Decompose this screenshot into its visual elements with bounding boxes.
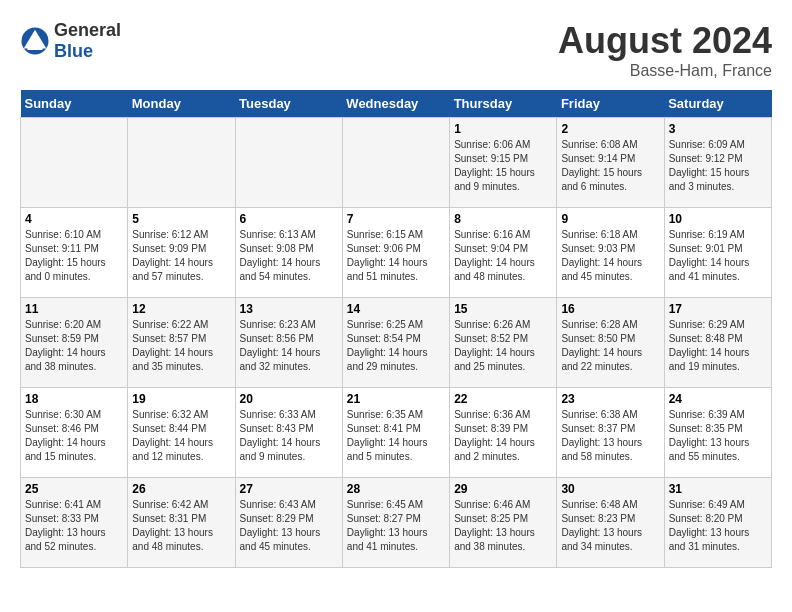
day-info: Sunrise: 6:15 AM Sunset: 9:06 PM Dayligh…: [347, 228, 445, 284]
col-header-monday: Monday: [128, 90, 235, 118]
day-info: Sunrise: 6:09 AM Sunset: 9:12 PM Dayligh…: [669, 138, 767, 194]
day-number: 25: [25, 482, 123, 496]
calendar-cell: 3Sunrise: 6:09 AM Sunset: 9:12 PM Daylig…: [664, 118, 771, 208]
calendar-cell: 22Sunrise: 6:36 AM Sunset: 8:39 PM Dayli…: [450, 388, 557, 478]
day-info: Sunrise: 6:41 AM Sunset: 8:33 PM Dayligh…: [25, 498, 123, 554]
calendar-cell: 16Sunrise: 6:28 AM Sunset: 8:50 PM Dayli…: [557, 298, 664, 388]
calendar-cell: 30Sunrise: 6:48 AM Sunset: 8:23 PM Dayli…: [557, 478, 664, 568]
calendar-cell: 17Sunrise: 6:29 AM Sunset: 8:48 PM Dayli…: [664, 298, 771, 388]
day-number: 22: [454, 392, 552, 406]
calendar-cell: [21, 118, 128, 208]
day-number: 26: [132, 482, 230, 496]
calendar-cell: [128, 118, 235, 208]
day-number: 29: [454, 482, 552, 496]
calendar-cell: 13Sunrise: 6:23 AM Sunset: 8:56 PM Dayli…: [235, 298, 342, 388]
title-block: August 2024 Basse-Ham, France: [558, 20, 772, 80]
day-number: 16: [561, 302, 659, 316]
calendar-cell: 14Sunrise: 6:25 AM Sunset: 8:54 PM Dayli…: [342, 298, 449, 388]
day-number: 30: [561, 482, 659, 496]
logo-general: General: [54, 20, 121, 40]
calendar-cell: 28Sunrise: 6:45 AM Sunset: 8:27 PM Dayli…: [342, 478, 449, 568]
calendar-cell: 7Sunrise: 6:15 AM Sunset: 9:06 PM Daylig…: [342, 208, 449, 298]
calendar-table: SundayMondayTuesdayWednesdayThursdayFrid…: [20, 90, 772, 568]
day-number: 21: [347, 392, 445, 406]
day-info: Sunrise: 6:18 AM Sunset: 9:03 PM Dayligh…: [561, 228, 659, 284]
day-number: 14: [347, 302, 445, 316]
main-title: August 2024: [558, 20, 772, 62]
calendar-cell: 25Sunrise: 6:41 AM Sunset: 8:33 PM Dayli…: [21, 478, 128, 568]
day-info: Sunrise: 6:12 AM Sunset: 9:09 PM Dayligh…: [132, 228, 230, 284]
day-number: 8: [454, 212, 552, 226]
day-number: 17: [669, 302, 767, 316]
day-number: 6: [240, 212, 338, 226]
day-info: Sunrise: 6:10 AM Sunset: 9:11 PM Dayligh…: [25, 228, 123, 284]
calendar-cell: 19Sunrise: 6:32 AM Sunset: 8:44 PM Dayli…: [128, 388, 235, 478]
page-header: General Blue August 2024 Basse-Ham, Fran…: [20, 20, 772, 80]
calendar-cell: 1Sunrise: 6:06 AM Sunset: 9:15 PM Daylig…: [450, 118, 557, 208]
calendar-cell: 6Sunrise: 6:13 AM Sunset: 9:08 PM Daylig…: [235, 208, 342, 298]
calendar-week-2: 4Sunrise: 6:10 AM Sunset: 9:11 PM Daylig…: [21, 208, 772, 298]
calendar-cell: 10Sunrise: 6:19 AM Sunset: 9:01 PM Dayli…: [664, 208, 771, 298]
logo-icon: [20, 26, 50, 56]
calendar-week-5: 25Sunrise: 6:41 AM Sunset: 8:33 PM Dayli…: [21, 478, 772, 568]
day-number: 27: [240, 482, 338, 496]
calendar-cell: [235, 118, 342, 208]
subtitle: Basse-Ham, France: [558, 62, 772, 80]
calendar-cell: 21Sunrise: 6:35 AM Sunset: 8:41 PM Dayli…: [342, 388, 449, 478]
day-info: Sunrise: 6:36 AM Sunset: 8:39 PM Dayligh…: [454, 408, 552, 464]
day-number: 9: [561, 212, 659, 226]
calendar-cell: 18Sunrise: 6:30 AM Sunset: 8:46 PM Dayli…: [21, 388, 128, 478]
calendar-week-4: 18Sunrise: 6:30 AM Sunset: 8:46 PM Dayli…: [21, 388, 772, 478]
col-header-tuesday: Tuesday: [235, 90, 342, 118]
day-number: 2: [561, 122, 659, 136]
calendar-cell: 31Sunrise: 6:49 AM Sunset: 8:20 PM Dayli…: [664, 478, 771, 568]
col-header-wednesday: Wednesday: [342, 90, 449, 118]
calendar-cell: 9Sunrise: 6:18 AM Sunset: 9:03 PM Daylig…: [557, 208, 664, 298]
day-number: 13: [240, 302, 338, 316]
day-info: Sunrise: 6:26 AM Sunset: 8:52 PM Dayligh…: [454, 318, 552, 374]
calendar-cell: 2Sunrise: 6:08 AM Sunset: 9:14 PM Daylig…: [557, 118, 664, 208]
day-info: Sunrise: 6:43 AM Sunset: 8:29 PM Dayligh…: [240, 498, 338, 554]
calendar-cell: 5Sunrise: 6:12 AM Sunset: 9:09 PM Daylig…: [128, 208, 235, 298]
day-info: Sunrise: 6:45 AM Sunset: 8:27 PM Dayligh…: [347, 498, 445, 554]
day-number: 18: [25, 392, 123, 406]
day-number: 20: [240, 392, 338, 406]
calendar-cell: [342, 118, 449, 208]
calendar-cell: 27Sunrise: 6:43 AM Sunset: 8:29 PM Dayli…: [235, 478, 342, 568]
calendar-cell: 26Sunrise: 6:42 AM Sunset: 8:31 PM Dayli…: [128, 478, 235, 568]
calendar-cell: 11Sunrise: 6:20 AM Sunset: 8:59 PM Dayli…: [21, 298, 128, 388]
day-number: 12: [132, 302, 230, 316]
day-info: Sunrise: 6:13 AM Sunset: 9:08 PM Dayligh…: [240, 228, 338, 284]
day-info: Sunrise: 6:39 AM Sunset: 8:35 PM Dayligh…: [669, 408, 767, 464]
day-info: Sunrise: 6:25 AM Sunset: 8:54 PM Dayligh…: [347, 318, 445, 374]
day-number: 4: [25, 212, 123, 226]
day-info: Sunrise: 6:16 AM Sunset: 9:04 PM Dayligh…: [454, 228, 552, 284]
logo-blue: Blue: [54, 41, 93, 61]
calendar-cell: 4Sunrise: 6:10 AM Sunset: 9:11 PM Daylig…: [21, 208, 128, 298]
col-header-thursday: Thursday: [450, 90, 557, 118]
day-info: Sunrise: 6:48 AM Sunset: 8:23 PM Dayligh…: [561, 498, 659, 554]
day-info: Sunrise: 6:38 AM Sunset: 8:37 PM Dayligh…: [561, 408, 659, 464]
day-info: Sunrise: 6:46 AM Sunset: 8:25 PM Dayligh…: [454, 498, 552, 554]
day-info: Sunrise: 6:33 AM Sunset: 8:43 PM Dayligh…: [240, 408, 338, 464]
day-number: 24: [669, 392, 767, 406]
day-info: Sunrise: 6:35 AM Sunset: 8:41 PM Dayligh…: [347, 408, 445, 464]
day-info: Sunrise: 6:49 AM Sunset: 8:20 PM Dayligh…: [669, 498, 767, 554]
logo: General Blue: [20, 20, 121, 62]
day-number: 1: [454, 122, 552, 136]
day-number: 28: [347, 482, 445, 496]
col-header-friday: Friday: [557, 90, 664, 118]
day-info: Sunrise: 6:23 AM Sunset: 8:56 PM Dayligh…: [240, 318, 338, 374]
col-header-saturday: Saturday: [664, 90, 771, 118]
day-info: Sunrise: 6:32 AM Sunset: 8:44 PM Dayligh…: [132, 408, 230, 464]
day-number: 7: [347, 212, 445, 226]
calendar-cell: 23Sunrise: 6:38 AM Sunset: 8:37 PM Dayli…: [557, 388, 664, 478]
day-info: Sunrise: 6:29 AM Sunset: 8:48 PM Dayligh…: [669, 318, 767, 374]
day-number: 31: [669, 482, 767, 496]
calendar-header-row: SundayMondayTuesdayWednesdayThursdayFrid…: [21, 90, 772, 118]
calendar-cell: 24Sunrise: 6:39 AM Sunset: 8:35 PM Dayli…: [664, 388, 771, 478]
day-number: 10: [669, 212, 767, 226]
calendar-cell: 20Sunrise: 6:33 AM Sunset: 8:43 PM Dayli…: [235, 388, 342, 478]
day-number: 19: [132, 392, 230, 406]
day-info: Sunrise: 6:08 AM Sunset: 9:14 PM Dayligh…: [561, 138, 659, 194]
